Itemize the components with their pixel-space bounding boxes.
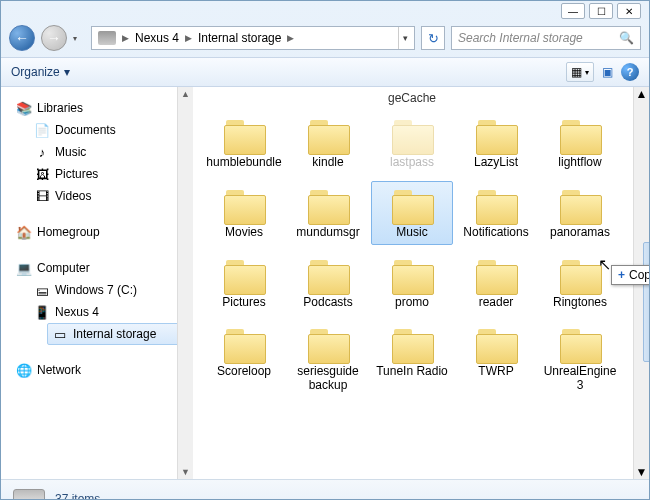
folder-humblebundle[interactable]: humblebundle bbox=[203, 111, 285, 175]
folder-label: Scoreloop bbox=[217, 365, 271, 379]
chevron-right-icon[interactable]: ▶ bbox=[120, 33, 131, 43]
close-button[interactable]: ✕ bbox=[617, 3, 641, 19]
folder-twrp[interactable]: TWRP bbox=[455, 320, 537, 398]
folder-scoreloop[interactable]: Scoreloop bbox=[203, 320, 285, 398]
sidebar-item-label: Libraries bbox=[37, 101, 83, 115]
search-input[interactable]: Search Internal storage 🔍 bbox=[451, 26, 641, 50]
chevron-right-icon[interactable]: ▶ bbox=[183, 33, 194, 43]
sidebar-item-pictures[interactable]: 🖼Pictures bbox=[29, 163, 193, 185]
sidebar-item-network[interactable]: 🌐Network bbox=[11, 359, 193, 381]
folder-icon bbox=[472, 256, 520, 296]
sidebar-item-label: Homegroup bbox=[37, 225, 100, 239]
sidebar-item-label: Internal storage bbox=[73, 327, 156, 341]
folder-icon bbox=[556, 116, 604, 156]
breadcrumb-location[interactable]: Internal storage bbox=[194, 31, 285, 45]
back-button[interactable]: ← bbox=[9, 25, 35, 51]
sidebar-item-nexus-4[interactable]: 📱Nexus 4 bbox=[29, 301, 193, 323]
sidebar-item-label: Computer bbox=[37, 261, 90, 275]
folder-icon bbox=[304, 186, 352, 226]
sidebar-item-label: Windows 7 (C:) bbox=[55, 283, 137, 297]
nexus-4-icon: 📱 bbox=[34, 304, 50, 320]
forward-button[interactable]: → bbox=[41, 25, 67, 51]
organize-button[interactable]: Organize ▾ bbox=[11, 65, 70, 79]
videos-icon: 🎞 bbox=[34, 188, 50, 204]
folder-notifications[interactable]: Notifications bbox=[455, 181, 537, 245]
folder-ringtones[interactable]: Ringtones bbox=[539, 251, 621, 315]
homegroup-icon: 🏠 bbox=[16, 224, 32, 240]
folder-label: promo bbox=[395, 296, 429, 310]
sidebar-item-label: Pictures bbox=[55, 167, 98, 181]
folder-unrealengine3[interactable]: UnrealEngine3 bbox=[539, 320, 621, 398]
folder-reader[interactable]: reader bbox=[455, 251, 537, 315]
scroll-thumb[interactable] bbox=[643, 242, 650, 362]
toolbar: Organize ▾ ▦ ▾ ▣ ? bbox=[1, 57, 649, 87]
folder-icon bbox=[472, 186, 520, 226]
main-split: 📚Libraries📄Documents♪Music🖼Pictures🎞Vide… bbox=[1, 87, 649, 479]
internal-storage-icon: ▭ bbox=[52, 326, 68, 342]
item-count: 37 items bbox=[55, 492, 100, 501]
folder-content[interactable]: geCache humblebundlekindlelastpassLazyLi… bbox=[193, 87, 649, 479]
sidebar-item-label: Music bbox=[55, 145, 86, 159]
sidebar-item-homegroup[interactable]: 🏠Homegroup bbox=[11, 221, 193, 243]
computer-icon: 💻 bbox=[16, 260, 32, 276]
nav-history-dropdown[interactable]: ▾ bbox=[73, 25, 85, 51]
refresh-button[interactable]: ↻ bbox=[421, 26, 445, 50]
folder-kindle[interactable]: kindle bbox=[287, 111, 369, 175]
folder-mundumsgr[interactable]: mundumsgr bbox=[287, 181, 369, 245]
folder-icon bbox=[472, 116, 520, 156]
folder-promo[interactable]: promo bbox=[371, 251, 453, 315]
sidebar-item-libraries[interactable]: 📚Libraries bbox=[11, 97, 193, 119]
scroll-down-icon[interactable]: ▼ bbox=[179, 465, 192, 479]
folder-label: seriesguide backup bbox=[290, 365, 366, 393]
folder-icon bbox=[388, 256, 436, 296]
folder-pictures[interactable]: Pictures bbox=[203, 251, 285, 315]
sidebar-scrollbar[interactable]: ▲ ▼ bbox=[177, 87, 193, 479]
folder-label: UnrealEngine3 bbox=[541, 365, 619, 393]
folder-tunein-radio[interactable]: TuneIn Radio bbox=[371, 320, 453, 398]
music-icon: ♪ bbox=[34, 144, 50, 160]
folder-music[interactable]: Music bbox=[371, 181, 453, 245]
folder-lazylist[interactable]: LazyList bbox=[455, 111, 537, 175]
folder-movies[interactable]: Movies bbox=[203, 181, 285, 245]
folder-lastpass[interactable]: lastpass bbox=[371, 111, 453, 175]
folder-seriesguide-backup[interactable]: seriesguide backup bbox=[287, 320, 369, 398]
folder-lightflow[interactable]: lightflow bbox=[539, 111, 621, 175]
sidebar-item-documents[interactable]: 📄Documents bbox=[29, 119, 193, 141]
preview-pane-button[interactable]: ▣ bbox=[602, 65, 613, 79]
minimize-button[interactable]: — bbox=[561, 3, 585, 19]
navigation-bar: ← → ▾ ▶ Nexus 4 ▶ Internal storage ▶ ▾ ↻… bbox=[1, 19, 649, 57]
organize-label: Organize bbox=[11, 65, 60, 79]
sidebar-item-computer[interactable]: 💻Computer bbox=[11, 257, 193, 279]
sidebar-item-label: Network bbox=[37, 363, 81, 377]
chevron-right-icon[interactable]: ▶ bbox=[285, 33, 296, 43]
breadcrumb-device[interactable]: Nexus 4 bbox=[131, 31, 183, 45]
sidebar-item-internal-storage[interactable]: ▭Internal storage bbox=[47, 323, 193, 345]
folder-panoramas[interactable]: panoramas bbox=[539, 181, 621, 245]
view-button[interactable]: ▦ ▾ bbox=[566, 62, 594, 82]
address-dropdown[interactable]: ▾ bbox=[398, 27, 412, 49]
folder-icon bbox=[220, 325, 268, 365]
folder-podcasts[interactable]: Podcasts bbox=[287, 251, 369, 315]
scroll-up-icon[interactable]: ▲ bbox=[179, 87, 192, 101]
folder-icon bbox=[556, 256, 604, 296]
maximize-button[interactable]: ☐ bbox=[589, 3, 613, 19]
status-bar: 37 items bbox=[1, 479, 649, 500]
scroll-down-icon[interactable]: ▼ bbox=[636, 465, 648, 479]
address-bar[interactable]: ▶ Nexus 4 ▶ Internal storage ▶ ▾ bbox=[91, 26, 415, 50]
sidebar-item-label: Videos bbox=[55, 189, 91, 203]
folder-icon bbox=[388, 186, 436, 226]
sidebar-item-windows-7-c-[interactable]: 🖴Windows 7 (C:) bbox=[29, 279, 193, 301]
partial-folder-label[interactable]: geCache bbox=[371, 91, 453, 105]
help-button[interactable]: ? bbox=[621, 63, 639, 81]
sidebar-item-videos[interactable]: 🎞Videos bbox=[29, 185, 193, 207]
chevron-down-icon: ▾ bbox=[64, 65, 70, 79]
sidebar-item-music[interactable]: ♪Music bbox=[29, 141, 193, 163]
drag-tooltip: + Copy bbox=[611, 265, 649, 285]
scroll-up-icon[interactable]: ▲ bbox=[636, 87, 648, 101]
folder-label: Movies bbox=[225, 226, 263, 240]
folder-label: panoramas bbox=[550, 226, 610, 240]
folder-icon bbox=[556, 186, 604, 226]
drive-icon bbox=[13, 489, 45, 501]
folder-icon bbox=[220, 256, 268, 296]
search-placeholder: Search Internal storage bbox=[458, 31, 583, 45]
